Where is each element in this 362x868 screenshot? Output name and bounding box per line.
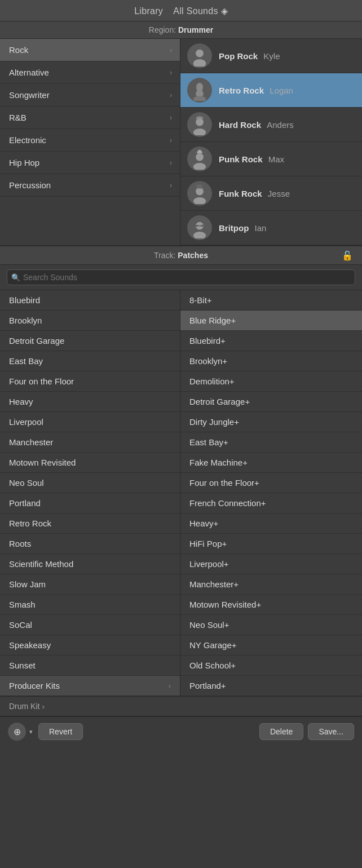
patch-left-item[interactable]: Scientific Method	[0, 554, 180, 574]
drummer-item-funk-rock[interactable]: Funk Rock Jesse	[180, 176, 362, 211]
patch-right-item[interactable]: Portland+	[180, 676, 362, 696]
svg-point-7	[193, 163, 206, 170]
patch-right-item[interactable]: 8-Bit+	[180, 290, 362, 311]
all-sounds-label[interactable]: All Sounds ◈	[173, 6, 228, 16]
toolbar: ⊕ ▾ Revert Delete Save...	[0, 716, 362, 746]
patch-right-item[interactable]: Detroit Garage+	[180, 392, 362, 412]
track-prefix: Track:	[154, 251, 178, 260]
patch-right-item[interactable]: Bluebird+	[180, 331, 362, 351]
patch-right-item[interactable]: French Connection+	[180, 493, 362, 513]
genre-arrow-icon: ›	[170, 69, 172, 77]
track-name: Patches	[178, 251, 208, 260]
upper-panel: Rock›Alternative›Songwriter›R&B›Electron…	[0, 39, 362, 246]
drum-kit-label: Drum Kit	[9, 702, 39, 711]
genre-item-rb[interactable]: R&B›	[0, 107, 180, 129]
region-prefix: Region:	[149, 25, 178, 34]
patch-left-item[interactable]: Retro Rock	[0, 513, 180, 534]
delete-button[interactable]: Delete	[259, 723, 303, 740]
patch-right-item[interactable]: Brooklyn+	[180, 351, 362, 371]
svg-rect-14	[201, 225, 204, 227]
patch-left-item[interactable]: Liverpool	[0, 412, 180, 432]
search-bar: 🔍	[0, 265, 362, 290]
drum-kit-arrow: ›	[42, 702, 44, 711]
patch-left-item[interactable]: Sunset	[0, 656, 180, 676]
revert-button[interactable]: Revert	[38, 723, 83, 740]
patch-right-item[interactable]: Fake Machine+	[180, 453, 362, 473]
patch-left-item[interactable]: Slow Jam	[0, 574, 180, 595]
svg-point-11	[193, 197, 206, 204]
lock-icon[interactable]: 🔓	[342, 250, 353, 261]
header: Library All Sounds ◈	[0, 0, 362, 21]
lower-panel: BluebirdBrooklynDetroit GarageEast BayFo…	[0, 290, 362, 697]
patch-left-item[interactable]: Portland	[0, 493, 180, 513]
patch-right-item[interactable]: Blue Ridge+	[180, 311, 362, 331]
patch-left-item[interactable]: Four on the Floor	[0, 371, 180, 392]
add-button[interactable]: ⊕	[8, 723, 26, 741]
svg-point-8	[196, 188, 204, 196]
patch-left-item[interactable]: Brooklyn	[0, 311, 180, 331]
patch-right-item[interactable]: East Bay+	[180, 432, 362, 453]
drummer-item-retro-rock[interactable]: Retro Rock Logan	[180, 73, 362, 108]
genre-item-electronic[interactable]: Electronic›	[0, 129, 180, 152]
drummer-name: Britpop Ian	[219, 223, 266, 233]
genre-label: Alternative	[9, 68, 49, 77]
genre-item-alternative[interactable]: Alternative›	[0, 61, 180, 84]
patch-list-left: BluebirdBrooklynDetroit GarageEast BayFo…	[0, 290, 180, 696]
patch-left-item[interactable]: Speakeasy	[0, 635, 180, 656]
chevron-down-button[interactable]: ▾	[28, 728, 34, 736]
patch-right-item[interactable]: Manchester+	[180, 574, 362, 595]
genre-item-hiphop[interactable]: Hip Hop›	[0, 152, 180, 174]
drummer-name: Pop Rock Kyle	[219, 51, 280, 61]
patch-right-item[interactable]: Liverpool+	[180, 554, 362, 574]
genre-item-percussion[interactable]: Percussion›	[0, 174, 180, 197]
patch-left-item[interactable]: Roots	[0, 534, 180, 554]
drummer-name: Punk Rock Max	[219, 154, 284, 164]
search-icon: 🔍	[11, 273, 20, 282]
drum-kit-bar[interactable]: Drum Kit ›	[0, 697, 362, 716]
genre-arrow-icon: ›	[170, 91, 172, 99]
drummer-name: Funk Rock Jesse	[219, 189, 290, 198]
drummer-avatar	[187, 215, 212, 240]
patch-left-item[interactable]: East Bay	[0, 351, 180, 371]
svg-rect-13	[196, 225, 198, 227]
patch-left-item[interactable]: Heavy	[0, 392, 180, 412]
search-wrapper: 🔍	[7, 269, 355, 285]
patch-right-item[interactable]: Four on the Floor+	[180, 473, 362, 493]
save-button[interactable]: Save...	[308, 723, 354, 740]
genre-arrow-icon: ›	[170, 181, 172, 189]
patch-right-item[interactable]: Demolition+	[180, 371, 362, 392]
genre-label: Songwriter	[9, 90, 50, 100]
patch-left-item[interactable]: Smash	[0, 595, 180, 615]
genre-item-rock[interactable]: Rock›	[0, 39, 180, 61]
patch-left-item[interactable]: Bluebird	[0, 290, 180, 311]
patch-left-item[interactable]: Manchester	[0, 432, 180, 453]
header-title: Library All Sounds ◈	[134, 6, 228, 16]
patch-right-item[interactable]: Dirty Jungle+	[180, 412, 362, 432]
genre-label: Electronic	[9, 135, 46, 145]
genre-label: Percussion	[9, 180, 51, 190]
patch-left-item[interactable]: SoCal	[0, 615, 180, 635]
drummer-item-punk-rock[interactable]: Punk Rock Max	[180, 142, 362, 176]
patch-right-item[interactable]: Old School+	[180, 656, 362, 676]
svg-point-0	[196, 50, 204, 57]
svg-point-4	[196, 118, 204, 126]
svg-point-16	[193, 232, 206, 238]
patch-left-item[interactable]: Motown Revisited	[0, 453, 180, 473]
patch-left-item[interactable]: Neo Soul	[0, 473, 180, 493]
genre-item-songwriter[interactable]: Songwriter›	[0, 84, 180, 107]
patch-list-right: 8-Bit+Blue Ridge+Bluebird+Brooklyn+Demol…	[180, 290, 362, 696]
patch-right-item[interactable]: Heavy+	[180, 513, 362, 534]
patch-right-item[interactable]: Neo Soul+	[180, 615, 362, 635]
region-bar: Region: Drummer	[0, 21, 362, 39]
genre-list: Rock›Alternative›Songwriter›R&B›Electron…	[0, 39, 180, 245]
patch-right-item[interactable]: NY Garage+	[180, 635, 362, 656]
patch-left-item[interactable]: Producer Kits›	[0, 676, 180, 696]
patch-left-item[interactable]: Detroit Garage	[0, 331, 180, 351]
patch-right-item[interactable]: HiFi Pop+	[180, 534, 362, 554]
drummer-avatar	[187, 112, 212, 137]
drummer-item-hard-rock[interactable]: Hard Rock Anders	[180, 108, 362, 142]
drummer-item-britpop[interactable]: Britpop Ian	[180, 211, 362, 245]
patch-right-item[interactable]: Motown Revisited+	[180, 595, 362, 615]
search-input[interactable]	[7, 269, 355, 285]
drummer-item-pop-rock[interactable]: Pop Rock Kyle	[180, 39, 362, 73]
